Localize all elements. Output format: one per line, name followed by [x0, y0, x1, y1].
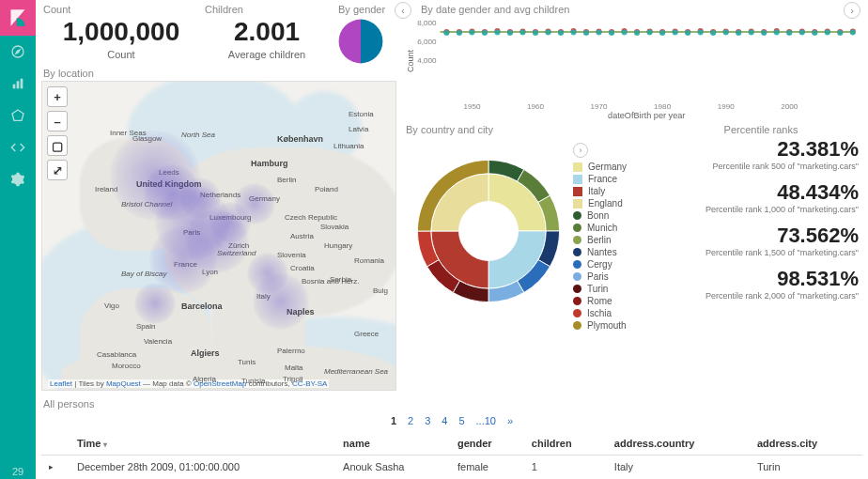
pager-item[interactable]: 2	[408, 415, 413, 426]
svg-point-54	[494, 30, 500, 36]
legend-item[interactable]: Munich	[573, 223, 627, 233]
legend-item[interactable]: France	[573, 174, 627, 184]
table-cell: Turin	[750, 456, 862, 479]
polygon-icon[interactable]	[0, 100, 36, 131]
crop-button[interactable]: ▢	[47, 135, 68, 156]
table-header[interactable]: address.country	[607, 432, 750, 456]
legend-swatch	[573, 285, 581, 293]
leaflet-link[interactable]: Leaflet	[50, 379, 72, 388]
svg-point-78	[799, 30, 805, 36]
legend-item[interactable]: Italy	[573, 186, 627, 196]
table-pager: 12345...10»	[41, 415, 862, 426]
table-cell: 1	[524, 456, 607, 479]
right-column: ‹ › By date gender and avg children 4,00…	[396, 2, 862, 391]
legend-swatch	[573, 260, 581, 269]
country-panel-title: By country and city	[406, 124, 656, 135]
legend-swatch	[573, 309, 581, 317]
legend-swatch	[573, 272, 581, 281]
legend-swatch	[573, 224, 581, 232]
pager-item[interactable]: 1	[391, 415, 396, 426]
svg-point-73	[736, 30, 741, 36]
scatter-chart[interactable]: 4,0006,0008,000195019601970198019902000C…	[404, 17, 862, 120]
zoom-out-button[interactable]: –	[47, 111, 68, 131]
legend-item[interactable]: Bonn	[573, 210, 627, 221]
map-place-label: Palermo	[277, 347, 305, 355]
table-row[interactable]: ▸December 28th 2009, 01:00:00.000Anouk S…	[41, 456, 862, 479]
legend-item[interactable]: Ischia	[573, 308, 627, 318]
legend-item[interactable]: Turin	[573, 284, 627, 294]
mapquest-link[interactable]: MapQuest	[106, 379, 141, 388]
table-header[interactable]: address.city	[750, 432, 862, 456]
gender-pie[interactable]	[333, 17, 389, 66]
pager-item[interactable]: ...10	[476, 415, 496, 426]
bar-chart-icon[interactable]	[0, 68, 36, 100]
donut-legend: › GermanyFranceItalyEnglandBonnMunichBer…	[573, 137, 627, 331]
fit-button[interactable]: ⤢	[47, 160, 68, 180]
row-expand-icon[interactable]: ▸	[41, 456, 70, 479]
svg-text:1980: 1980	[654, 102, 672, 111]
svg-point-59	[558, 30, 564, 36]
legend-label: Munich	[587, 223, 617, 233]
kibana-logo[interactable]	[0, 0, 36, 36]
avg-label: Average children	[201, 49, 333, 60]
gear-icon[interactable]	[0, 163, 36, 195]
legend-item[interactable]: Plymouth	[573, 320, 627, 331]
pager-item[interactable]: 4	[442, 415, 447, 426]
map-hotspot[interactable]	[234, 183, 275, 224]
table-header[interactable]: gender	[450, 432, 524, 456]
date-panel-title: By date gender and avg children	[421, 4, 862, 15]
svg-text:6,000: 6,000	[417, 38, 437, 46]
svg-text:1990: 1990	[718, 102, 736, 111]
zoom-in-button[interactable]: +	[47, 86, 68, 107]
legend-item[interactable]: England	[573, 198, 627, 209]
map-place-label: Romania	[354, 256, 384, 265]
legend-item[interactable]: Nantes	[573, 247, 627, 257]
map-place-label: Barcelona	[181, 301, 223, 311]
percentile-label: Percentile rank 1,500 of "marketing.cars…	[661, 248, 859, 257]
legend-item[interactable]: Germany	[573, 162, 627, 172]
metric-header-row: Count Children By gender	[41, 2, 396, 17]
legend-swatch	[573, 175, 582, 184]
pager-item[interactable]: 5	[458, 415, 464, 426]
legend-label: Ischia	[587, 308, 612, 318]
svg-point-61	[583, 30, 589, 36]
map-hotspot[interactable]	[134, 283, 176, 324]
kibana-sidebar: 29	[0, 0, 36, 479]
legend-item[interactable]: Berlin	[573, 235, 627, 245]
percentile-label: Percentile rank 500 of "marketing.cars"	[661, 162, 859, 171]
svg-point-53	[482, 30, 488, 36]
table-header[interactable]: children	[524, 432, 607, 456]
legend-swatch	[573, 248, 581, 256]
code-icon[interactable]	[0, 131, 36, 163]
donut-panel: › GermanyFranceItalyEnglandBonnMunichBer…	[404, 137, 656, 331]
map-hotspot[interactable]	[179, 178, 221, 219]
svg-point-71	[710, 30, 716, 36]
map-panel[interactable]: Leaflet | Tiles by MapQuest — Map data ©…	[41, 81, 396, 391]
map-place-label: Latvia	[349, 125, 368, 133]
persons-table-panel: All persons 12345...10» Time▾namegenderc…	[41, 398, 862, 478]
legend-item[interactable]: Cergy	[573, 259, 627, 270]
map-place-label: Hungary	[324, 241, 352, 250]
legend-swatch	[573, 187, 582, 196]
legend-swatch	[573, 321, 581, 330]
map-place-label: Lithuania	[333, 142, 364, 150]
legend-swatch	[573, 162, 582, 172]
legend-item[interactable]: Paris	[573, 271, 627, 282]
pager-item[interactable]: 3	[425, 415, 430, 426]
donut-chart[interactable]	[404, 137, 573, 325]
map-place-label: Serbia	[330, 275, 351, 284]
legend-label: Germany	[588, 162, 627, 172]
table-header[interactable]: name	[335, 432, 450, 456]
dashboard-main: Count Children By gender 1,000,000 Count…	[36, 0, 868, 479]
legend-collapse-icon[interactable]: ›	[573, 143, 588, 158]
count-label: Count	[41, 49, 201, 60]
legend-label: Plymouth	[587, 320, 627, 331]
map-place-label: Bulg	[373, 286, 388, 295]
pager-item[interactable]: »	[507, 415, 513, 426]
table-header[interactable]: Time▾	[70, 432, 335, 456]
map-hotspot[interactable]	[247, 253, 288, 294]
legend-swatch	[573, 236, 581, 244]
legend-item[interactable]: Rome	[573, 296, 627, 306]
compass-icon[interactable]	[0, 36, 36, 68]
percentile-panel-title: Percentile ranks	[663, 124, 859, 135]
